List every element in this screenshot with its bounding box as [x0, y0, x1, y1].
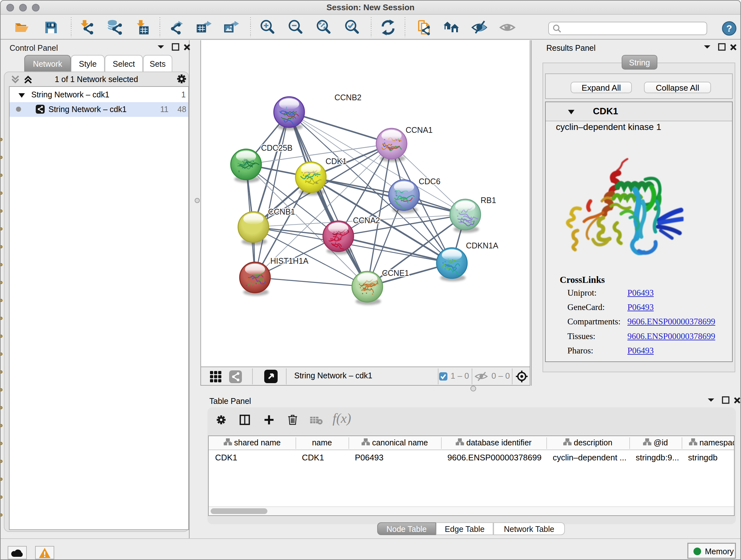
svg-text:CCNB2: CCNB2 [334, 93, 361, 102]
svg-text:CDKN1A: CDKN1A [466, 241, 498, 250]
svg-text:CDK1: CDK1 [326, 157, 347, 166]
svg-text:RB1: RB1 [481, 196, 496, 205]
svg-text:CDC25B: CDC25B [261, 143, 293, 152]
svg-text:?: ? [726, 23, 732, 34]
svg-text:CCNA2: CCNA2 [353, 216, 380, 225]
svg-text:CCNE1: CCNE1 [382, 268, 409, 277]
svg-text:CCNB1: CCNB1 [268, 207, 295, 216]
svg-text:CDC6: CDC6 [419, 177, 441, 186]
svg-text:HIST1H1A: HIST1H1A [270, 256, 309, 265]
svg-text:CCNA1: CCNA1 [406, 125, 433, 134]
